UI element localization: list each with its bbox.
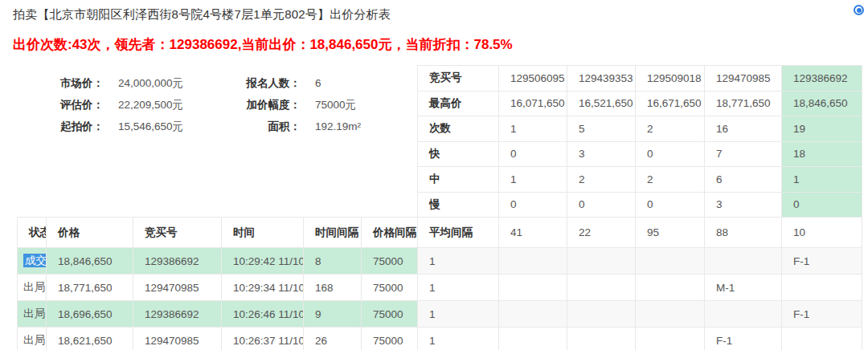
info-value: 6 [315, 77, 321, 89]
bid-price-gap-cell: 75000 [362, 328, 418, 350]
bid-row: 出局18,771,65012947098510:29:34 11/1016875… [18, 275, 862, 301]
stats-cell: 5 [567, 116, 636, 142]
info-label: 面积： [230, 120, 301, 134]
stats-cell: 129506095 [499, 66, 567, 92]
avg-interval-cell: 95 [636, 218, 705, 248]
bid-time-cell: 10:29:34 11/10 [222, 275, 304, 301]
bid-price-gap-cell: 75000 [362, 248, 418, 275]
stats-row: 慢00030 [418, 192, 862, 218]
stats-row-label: 竞买号 [418, 66, 499, 92]
info-value: 75000元 [315, 98, 356, 112]
bid-time-gap-cell: 9 [304, 301, 362, 328]
bid-time-cell: 10:29:42 11/10 [222, 248, 304, 275]
bid-col-header: 时间 [222, 218, 304, 248]
bid-col-header: 平均间隔 [418, 218, 499, 248]
stats-cell: 18,846,650 [782, 91, 862, 116]
bid-mark-cell [782, 275, 862, 301]
bid-mark-cell [636, 275, 705, 301]
stats-cell: 0 [499, 192, 567, 218]
bid-mark-cell [636, 328, 705, 350]
stats-row-label: 中 [418, 167, 499, 193]
info-label: 市场价： [46, 76, 104, 91]
stats-cell: 16 [705, 116, 782, 142]
stats-cell: 3 [705, 192, 782, 218]
bid-mark-cell: F-1 [705, 328, 782, 350]
stats-cell: 16,671,650 [636, 91, 705, 116]
bid-status-cell: 成交 [18, 248, 47, 275]
bid-history-table: 状态价格竞买号时间时间间隔价格间隔平均间隔4122958810 成交18,846… [17, 217, 862, 350]
bid-time-gap-cell: 168 [304, 275, 362, 301]
info-row: 起拍价：15,546,650元 [46, 116, 183, 137]
avg-interval-cell: 10 [782, 218, 862, 248]
bid-avg-cell: 1 [418, 328, 499, 350]
bid-status-cell: 出局 [18, 328, 47, 350]
bid-status-cell: 出局 [18, 275, 47, 301]
stats-row-label: 次数 [418, 116, 499, 142]
bid-price-cell: 18,771,650 [47, 275, 133, 301]
bid-bidder-cell: 129386692 [133, 248, 222, 275]
info-group-details: 报名人数：6加价幅度：75000元面积：192.19m² [230, 72, 361, 137]
stats-row-label: 快 [418, 141, 499, 167]
bid-price-cell: 18,621,650 [47, 328, 133, 350]
info-value: 22,209,500元 [118, 98, 183, 112]
property-info-panel: 市场价：24,000,000元评估价：22,209,500元起拍价：15,546… [46, 72, 361, 137]
bid-col-header: 状态 [18, 218, 47, 248]
bid-row: 出局18,696,65012938669210:26:46 11/1097500… [18, 301, 862, 328]
info-value: 15,546,650元 [118, 120, 183, 134]
bid-time-gap-cell: 26 [304, 328, 362, 350]
info-value: 192.19m² [315, 120, 361, 132]
info-label: 起拍价： [46, 120, 104, 134]
bid-col-header: 时间间隔 [304, 218, 362, 248]
avg-interval-cell: 41 [499, 218, 567, 248]
stats-row: 次数1521619 [418, 116, 862, 142]
bid-mark-cell [499, 275, 567, 301]
bid-mark-cell [567, 328, 636, 350]
bid-col-header: 价格间隔 [362, 218, 418, 248]
bid-mark-cell [499, 248, 567, 275]
stats-cell: 0 [499, 141, 567, 167]
info-row: 评估价：22,209,500元 [46, 94, 183, 116]
bid-mark-cell: M-1 [705, 275, 782, 301]
stats-cell: 1 [499, 167, 567, 193]
bid-price-cell: 18,696,650 [47, 301, 133, 328]
bid-mark-cell [567, 275, 636, 301]
stats-cell: 129386692 [782, 66, 862, 92]
stats-cell: 7 [705, 141, 782, 167]
stats-cell: 2 [636, 116, 705, 142]
stats-cell: 2 [636, 167, 705, 193]
info-value: 24,000,000元 [118, 76, 183, 91]
stats-cell: 129470985 [705, 66, 782, 92]
stats-cell: 3 [567, 141, 636, 167]
bid-status-selected-text: 成交 [23, 254, 47, 267]
bid-price-cell: 18,846,650 [47, 248, 133, 275]
info-row: 报名人数：6 [230, 72, 361, 94]
bid-price-gap-cell: 75000 [362, 275, 418, 301]
bid-status-cell: 出局 [18, 301, 47, 328]
info-label: 报名人数： [230, 76, 301, 91]
stats-cell: 0 [636, 141, 705, 167]
bid-time-cell: 10:26:37 11/10 [222, 328, 304, 350]
stats-cell: 129509018 [636, 66, 705, 92]
blue-radio-icon[interactable] [854, 5, 864, 15]
stats-cell: 2 [567, 167, 636, 193]
bid-avg-cell: 1 [418, 248, 499, 275]
stats-cell: 16,071,650 [499, 91, 567, 116]
bid-summary-text: 出价次数:43次，领先者：129386692,当前出价：18,846,650元，… [13, 35, 513, 54]
bid-mark-cell: F-1 [782, 248, 862, 275]
info-group-prices: 市场价：24,000,000元评估价：22,209,500元起拍价：15,546… [46, 72, 183, 137]
info-row: 面积：192.19m² [230, 116, 361, 137]
info-row: 加价幅度：75000元 [230, 94, 361, 116]
page-title: 拍卖【北京市朝阳区利泽西街8号院4号楼7层1单元802号】出价分析表 [13, 7, 391, 22]
bid-row: 出局18,621,65012947098510:26:37 11/1026750… [18, 328, 862, 350]
bid-table-header-row: 状态价格竞买号时间时间间隔价格间隔平均间隔4122958810 [18, 218, 862, 248]
stats-row: 竞买号1295060951294393531295090181294709851… [418, 66, 862, 92]
info-row: 市场价：24,000,000元 [46, 72, 183, 94]
stats-cell: 0 [782, 192, 862, 218]
stats-cell: 1 [499, 116, 567, 142]
bid-time-cell: 10:26:46 11/10 [222, 301, 304, 328]
bid-mark-cell [499, 328, 567, 350]
bid-price-gap-cell: 75000 [362, 301, 418, 328]
bid-bidder-cell: 129470985 [133, 328, 222, 350]
bid-mark-cell [636, 301, 705, 328]
stats-row-label: 最高价 [418, 91, 499, 116]
